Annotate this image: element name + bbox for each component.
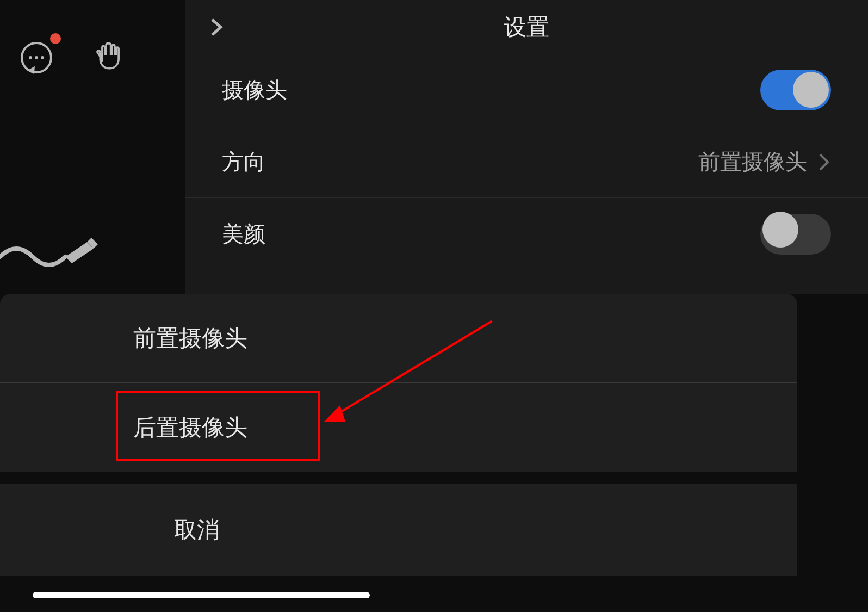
raise-hand-button[interactable] — [93, 41, 125, 75]
camera-label: 摄像头 — [222, 75, 287, 105]
direction-value: 前置摄像头 — [698, 147, 807, 177]
chevron-right-icon — [818, 152, 831, 172]
front-camera-option[interactable]: 前置摄像头 — [0, 294, 797, 383]
chat-icon — [21, 42, 52, 73]
beauty-label: 美颜 — [222, 219, 265, 249]
page-title: 设置 — [504, 12, 549, 42]
back-button[interactable] — [206, 16, 227, 38]
sidebar — [0, 0, 185, 294]
camera-toggle[interactable] — [760, 70, 831, 110]
home-indicator[interactable] — [33, 592, 370, 598]
camera-setting-row: 摄像头 — [185, 54, 868, 126]
beauty-toggle[interactable] — [760, 214, 831, 255]
settings-header: 设置 — [185, 0, 868, 54]
cancel-button[interactable]: 取消 — [0, 484, 797, 576]
rear-camera-option[interactable]: 后置摄像头 — [0, 383, 797, 472]
camera-direction-action-sheet: 前置摄像头 后置摄像头 取消 — [0, 294, 797, 576]
settings-panel: 设置 摄像头 方向 前置摄像头 美颜 — [185, 0, 868, 294]
pencil-icon — [0, 234, 98, 267]
beauty-setting-row: 美颜 — [185, 198, 868, 270]
direction-setting-row[interactable]: 方向 前置摄像头 — [185, 126, 868, 198]
direction-label: 方向 — [222, 147, 265, 177]
notification-dot-icon — [50, 33, 61, 44]
hand-icon — [93, 41, 125, 72]
chevron-right-icon — [206, 16, 227, 38]
chat-button[interactable] — [21, 42, 52, 73]
draw-button[interactable] — [0, 234, 98, 267]
